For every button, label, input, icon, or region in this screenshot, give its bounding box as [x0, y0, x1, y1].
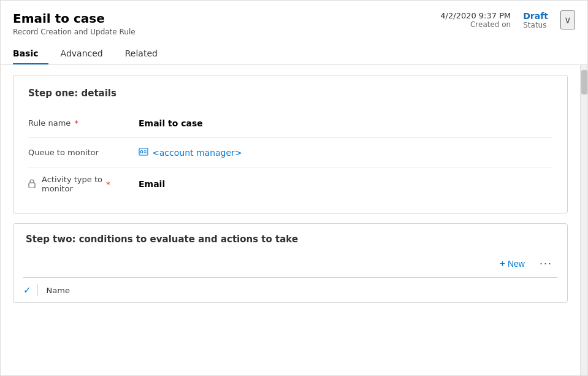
- header: Email to case Record Creation and Update…: [1, 1, 587, 65]
- lock-icon: [28, 179, 36, 190]
- more-options-button[interactable]: ···: [535, 255, 557, 272]
- activity-type-required: *: [106, 180, 110, 189]
- step-two-toolbar: + New ···: [13, 250, 567, 277]
- content-area: Step one: details Rule name * Email to c…: [1, 65, 580, 375]
- step-two-header: Step two: conditions to evaluate and act…: [13, 224, 567, 250]
- queue-monitor-label: Queue to monitor: [28, 148, 139, 157]
- queue-icon: [139, 147, 148, 159]
- status-section: Draft Status: [523, 11, 548, 29]
- new-button[interactable]: + New: [495, 256, 530, 272]
- status-label: Status: [523, 21, 546, 29]
- header-expand-button[interactable]: ∨: [560, 10, 575, 29]
- tab-basic[interactable]: Basic: [13, 44, 48, 64]
- tab-bar: Basic Advanced Related: [13, 44, 575, 64]
- activity-type-label: Activity type tomonitor *: [28, 175, 139, 193]
- rule-name-field: Rule name * Email to case: [28, 109, 552, 138]
- rule-name-label: Rule name *: [28, 118, 139, 128]
- rule-name-value[interactable]: Email to case: [139, 118, 552, 128]
- name-column-header: Name: [47, 286, 70, 295]
- plus-icon: +: [500, 258, 505, 269]
- main-content: Step one: details Rule name * Email to c…: [1, 65, 587, 375]
- rule-name-required: *: [74, 118, 78, 128]
- header-meta: 4/2/2020 9:37 PM Created on Draft Status…: [440, 10, 575, 29]
- scrollbar[interactable]: [580, 65, 587, 375]
- step-one-title: Step one: details: [28, 88, 552, 99]
- table-header-row: ✓ Name: [13, 278, 567, 302]
- activity-type-value[interactable]: Email: [139, 179, 552, 189]
- new-button-label: New: [508, 259, 525, 269]
- activity-type-label-text: Activity type tomonitor: [42, 175, 102, 193]
- step-two-card: Step two: conditions to evaluate and act…: [13, 223, 568, 303]
- check-icon: ✓: [23, 285, 31, 296]
- step-one-card: Step one: details Rule name * Email to c…: [13, 75, 568, 213]
- header-title-area: Email to case Record Creation and Update…: [13, 10, 136, 36]
- record-subtitle: Record Creation and Update Rule: [13, 28, 136, 36]
- activity-type-field: Activity type tomonitor * Email: [28, 167, 552, 201]
- rule-name-label-text: Rule name: [28, 118, 71, 128]
- created-date: 4/2/2020 9:37 PM: [440, 11, 511, 20]
- column-divider: [37, 284, 38, 296]
- record-title: Email to case: [13, 10, 136, 26]
- tab-advanced[interactable]: Advanced: [51, 44, 113, 64]
- header-top: Email to case Record Creation and Update…: [13, 10, 575, 36]
- status-value: Draft: [523, 11, 548, 21]
- step-two-title: Step two: conditions to evaluate and act…: [26, 234, 555, 245]
- scrollbar-thumb[interactable]: [581, 70, 587, 94]
- tab-related[interactable]: Related: [115, 44, 167, 64]
- queue-monitor-link[interactable]: <account manager>: [152, 148, 242, 158]
- created-label: Created on: [470, 20, 511, 29]
- svg-point-1: [140, 150, 143, 153]
- queue-monitor-label-text: Queue to monitor: [28, 148, 99, 157]
- queue-monitor-field: Queue to monitor <account manager>: [28, 138, 552, 167]
- svg-rect-4: [29, 183, 35, 188]
- created-on-section: 4/2/2020 9:37 PM Created on: [440, 11, 511, 29]
- queue-monitor-value[interactable]: <account manager>: [139, 147, 552, 159]
